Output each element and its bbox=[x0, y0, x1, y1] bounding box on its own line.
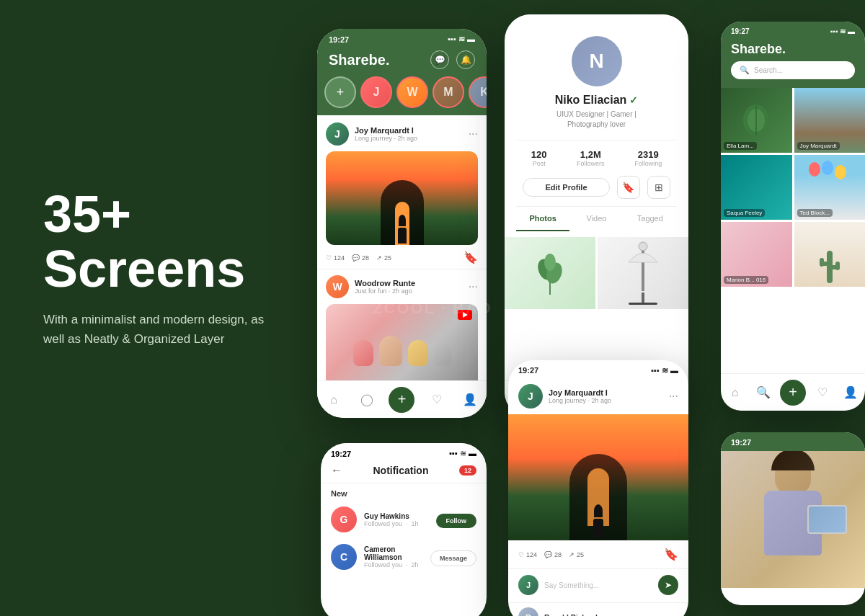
post-menu-2[interactable]: ··· bbox=[469, 280, 478, 293]
story-avatar-4[interactable]: K bbox=[469, 76, 487, 108]
ronald-name: R Ronald Richards bbox=[508, 602, 688, 616]
photo-studio bbox=[598, 237, 688, 309]
explore-cell-4[interactable]: Ted Block... bbox=[794, 155, 866, 220]
post-card-1: J Joy Marquardt I Long journey · 2h ago … bbox=[317, 115, 487, 269]
search-nav[interactable]: ◯ bbox=[355, 388, 378, 411]
pd-menu[interactable]: ··· bbox=[669, 390, 678, 403]
add-story-btn[interactable]: + bbox=[324, 76, 356, 108]
play-triangle bbox=[463, 312, 468, 318]
ronald-name-text: Ronald Richards bbox=[544, 614, 601, 617]
post-menu-1[interactable]: ··· bbox=[469, 128, 478, 140]
explore-cell-1[interactable]: Ella Lam... bbox=[721, 88, 792, 153]
notif-item-1: G Guy Hawkins Followed you · 1h Follow bbox=[321, 501, 487, 538]
tab-tagged[interactable]: Tagged bbox=[624, 207, 677, 231]
pd-post-info: Joy Marquardt I Long journey · 2h ago bbox=[549, 388, 611, 404]
phone-profile: N Niko Eliacian ✓ UIUX Designer | Gamer … bbox=[505, 14, 688, 418]
create-nav[interactable]: + bbox=[389, 387, 414, 413]
photo-grid bbox=[505, 231, 688, 309]
send-btn[interactable]: ➤ bbox=[658, 575, 678, 595]
characters-group bbox=[353, 336, 451, 366]
pd-likes[interactable]: ♡ 124 bbox=[518, 551, 537, 558]
explore-label-1: Ella Lam... bbox=[724, 142, 757, 150]
svg-rect-7 bbox=[629, 303, 657, 305]
profile-nav-e[interactable]: 👤 bbox=[839, 381, 862, 404]
heart-nav-e[interactable]: ♡ bbox=[811, 381, 834, 404]
search-bar[interactable]: 🔍 Search... bbox=[731, 61, 855, 79]
left-content: 35+ Screens With a minimalist and modern… bbox=[43, 187, 288, 349]
headline-text: 35+ Screens bbox=[43, 185, 245, 298]
tablet bbox=[807, 505, 847, 534]
explore-cell-6[interactable] bbox=[794, 222, 866, 287]
profile-name: Niko Eliacian bbox=[555, 94, 627, 107]
body bbox=[398, 228, 407, 244]
ronald-row: R Ronald Richards bbox=[518, 607, 678, 616]
svg-point-3 bbox=[544, 254, 556, 271]
message-btn-1[interactable]: Message bbox=[430, 550, 476, 563]
explore-cell-5[interactable]: Marion B... 016 bbox=[721, 222, 792, 287]
shares-action[interactable]: ↗ 25 bbox=[376, 254, 391, 262]
bookmark-action[interactable]: 🔖 bbox=[463, 251, 478, 264]
profile-header: N Niko Eliacian ✓ UIUX Designer | Gamer … bbox=[505, 22, 688, 206]
bookmark-icon[interactable]: 🔖 bbox=[617, 176, 640, 199]
pd-bookmark[interactable]: 🔖 bbox=[664, 548, 678, 561]
post-header-1: J Joy Marquardt I Long journey · 2h ago … bbox=[326, 122, 478, 146]
follow-btn-1[interactable]: Follow bbox=[436, 513, 477, 526]
pd-shares[interactable]: ↗ 25 bbox=[569, 551, 584, 558]
post-user-2: W Woodrow Runte Just for fun · 2h ago bbox=[326, 275, 415, 298]
tablet-screen bbox=[809, 506, 846, 532]
notif-user-info-2: Cameron Williamson Followed you · 2h bbox=[364, 545, 423, 568]
back-btn[interactable]: ← bbox=[331, 464, 342, 477]
profile-nav[interactable]: 👤 bbox=[458, 388, 482, 411]
sunset-scene-large bbox=[508, 414, 688, 540]
explore-cell-3[interactable]: Saqua Feeley bbox=[721, 155, 792, 220]
post-detail-status: 19:27 ▪▪▪ ≋ ▬ bbox=[508, 360, 688, 378]
post-actions-1: ♡ 124 💬 28 ↗ 25 🔖 bbox=[326, 251, 478, 264]
post-detail-time: 19:27 bbox=[518, 366, 538, 375]
following-label: Following bbox=[634, 160, 662, 167]
posts-stat: 120 Post bbox=[531, 149, 547, 167]
svg-rect-13 bbox=[820, 258, 824, 267]
likes-action[interactable]: ♡ 124 bbox=[326, 254, 345, 262]
header-icons: 💬 🔔 bbox=[430, 50, 475, 69]
explore-label-2: Joy Marquardt bbox=[797, 142, 840, 150]
head bbox=[399, 215, 406, 226]
subtext: With a minimalist and modern design, as … bbox=[43, 311, 288, 349]
search-nav-e[interactable]: 🔍 bbox=[752, 381, 775, 404]
story-status-bar: 19:27 bbox=[721, 432, 865, 451]
create-nav-e[interactable]: + bbox=[780, 380, 806, 406]
phone-notification: 19:27 ▪▪▪ ≋ ▬ ← Notification 12 New G Gu… bbox=[321, 443, 487, 616]
home-nav-e[interactable]: ⌂ bbox=[724, 381, 747, 404]
app-header-feed: Sharebe. 💬 🔔 bbox=[317, 48, 487, 76]
story-avatar-1[interactable]: J bbox=[360, 76, 392, 108]
phone-story: 19:27 bbox=[721, 432, 865, 605]
tab-photos[interactable]: Photos bbox=[516, 207, 569, 231]
tab-video[interactable]: Video bbox=[569, 207, 623, 231]
head-large bbox=[594, 504, 603, 517]
app-title-feed: Sharebe. bbox=[329, 52, 389, 68]
phone-explore: 19:27 ▪▪▪ ≋ ▬ Sharebe. 🔍 Search... Ella … bbox=[721, 22, 865, 411]
char-4 bbox=[434, 344, 451, 366]
profile-actions: Edit Profile 🔖 ⊞ bbox=[523, 176, 670, 199]
notif-section: New bbox=[321, 483, 487, 501]
signal-icons: ▪▪▪ ≋ ▬ bbox=[448, 35, 475, 44]
pd-comments[interactable]: 💬 28 bbox=[544, 551, 562, 558]
grid-icon[interactable]: ⊞ bbox=[647, 176, 670, 199]
balloon-yellow bbox=[835, 165, 846, 179]
explore-signal: ▪▪▪ ≋ ▬ bbox=[830, 27, 855, 35]
story-avatar-3[interactable]: M bbox=[432, 76, 464, 108]
story-avatar-2[interactable]: W bbox=[396, 76, 428, 108]
comment-input[interactable]: Say Something... bbox=[544, 581, 652, 589]
comments-action[interactable]: 💬 28 bbox=[352, 254, 369, 262]
posts-count: 120 bbox=[531, 149, 547, 160]
notif-status-bar: 19:27 ▪▪▪ ≋ ▬ bbox=[321, 443, 487, 461]
post-avatar-2: W bbox=[326, 275, 349, 298]
bell-icon[interactable]: 🔔 bbox=[456, 50, 475, 69]
profile-pic: N bbox=[572, 36, 622, 86]
edit-profile-btn[interactable]: Edit Profile bbox=[523, 178, 609, 197]
body-large bbox=[593, 519, 603, 537]
post-info-1: Joy Marquardt I Long journey · 2h ago bbox=[355, 126, 417, 142]
home-nav[interactable]: ⌂ bbox=[322, 388, 345, 411]
explore-cell-2[interactable]: Joy Marquardt bbox=[794, 88, 866, 153]
chat-icon[interactable]: 💬 bbox=[430, 50, 449, 69]
heart-nav[interactable]: ♡ bbox=[425, 388, 448, 411]
